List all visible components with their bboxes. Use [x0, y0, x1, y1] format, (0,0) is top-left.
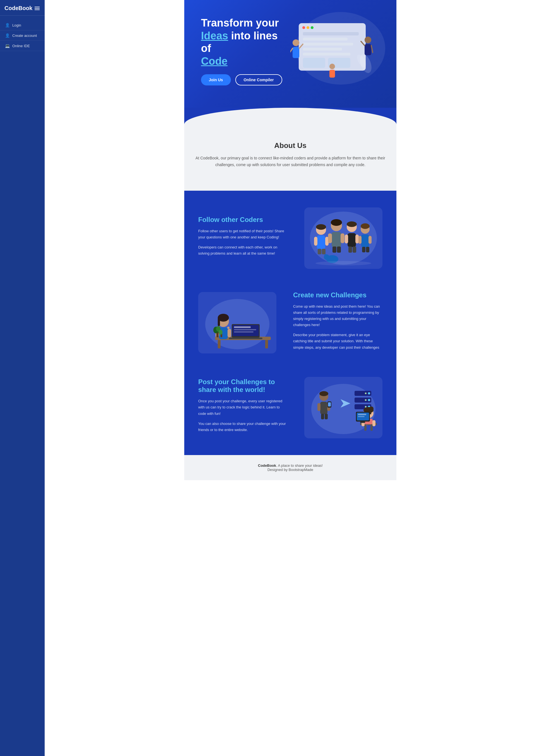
svg-rect-113: [358, 416, 365, 417]
feature-para1-share: Once you post your challenge, every user…: [198, 398, 287, 416]
share-svg: [304, 377, 383, 438]
about-description: At CodeBook, our primary goal is to conn…: [195, 155, 385, 168]
challenges-svg: [198, 292, 276, 353]
hero-title-line1: Transform your: [201, 17, 279, 29]
svg-rect-4: [303, 32, 359, 35]
hero-title-code: Code: [201, 55, 227, 67]
svg-point-96: [365, 406, 367, 408]
svg-rect-8: [303, 53, 351, 55]
svg-rect-36: [337, 247, 341, 253]
svg-rect-28: [318, 249, 321, 254]
follow-illustration: [304, 208, 383, 269]
feature-title-challenges: Create new Challenges: [293, 291, 383, 299]
svg-rect-69: [227, 329, 231, 337]
svg-rect-32: [332, 232, 341, 247]
feature-image-share: [304, 377, 383, 438]
svg-rect-40: [345, 235, 348, 244]
svg-rect-49: [362, 247, 365, 252]
feature-para2-challenges: Describe your problem statement, give it…: [293, 332, 383, 350]
svg-rect-47: [358, 236, 361, 244]
svg-point-11: [292, 39, 299, 46]
feature-para2-follow: Developers can connect with each other, …: [198, 244, 287, 256]
svg-rect-48: [368, 236, 372, 244]
svg-rect-35: [332, 247, 336, 253]
svg-rect-81: [318, 403, 320, 411]
svg-rect-87: [328, 402, 331, 407]
svg-rect-33: [328, 233, 332, 243]
svg-rect-100: [370, 425, 373, 431]
svg-rect-25: [317, 235, 325, 249]
svg-point-30: [316, 224, 326, 230]
svg-rect-41: [355, 235, 359, 244]
svg-line-18: [371, 46, 373, 52]
hero-title-highlight: Ideas: [201, 30, 228, 42]
hero-title: Transform your Ideas into lines of Code: [201, 17, 290, 68]
follow-svg: [304, 208, 383, 269]
svg-rect-5: [303, 38, 348, 41]
svg-rect-104: [372, 420, 376, 426]
feature-title-follow: Follow other Coders: [198, 216, 287, 224]
svg-point-85: [319, 391, 328, 396]
svg-point-44: [347, 221, 357, 227]
svg-rect-50: [366, 247, 369, 252]
svg-rect-65: [229, 338, 262, 339]
footer-brand: CodeBook: [258, 463, 276, 468]
footer-credit: Designed by BootstrapMade: [193, 468, 388, 472]
footer-text: CodeBook. A place to share your ideas!: [193, 463, 388, 468]
svg-point-93: [365, 399, 367, 401]
feature-text-follow: Follow other Coders Follow other users t…: [198, 216, 287, 260]
svg-point-55: [316, 261, 371, 266]
hero-content: Transform your Ideas into lines of Code …: [201, 17, 290, 85]
feature-row-share: Post your Challenges to share with the w…: [198, 377, 383, 438]
hero-illustration: [290, 20, 380, 82]
wave-divider: [184, 108, 396, 124]
svg-point-90: [365, 392, 367, 394]
svg-rect-46: [361, 235, 369, 247]
svg-rect-12: [292, 47, 299, 58]
svg-point-1: [302, 26, 305, 29]
svg-rect-29: [322, 249, 325, 254]
feature-title-share: Post your Challenges to share with the w…: [198, 378, 287, 394]
svg-rect-64: [234, 331, 253, 333]
svg-rect-59: [265, 340, 268, 348]
svg-rect-80: [320, 402, 327, 414]
svg-rect-43: [352, 247, 356, 253]
feature-para1-follow: Follow other users to get notified of th…: [198, 228, 287, 240]
hero-buttons: Join Us Online Compiler: [201, 74, 290, 85]
svg-point-3: [311, 26, 314, 29]
svg-point-109: [369, 407, 374, 411]
footer: CodeBook. A place to share your ideas! D…: [184, 455, 396, 480]
footer-tagline: . A place to share your ideas!: [276, 463, 323, 468]
svg-point-54: [324, 254, 327, 258]
feature-text-challenges: Create new Challenges Come up with new i…: [293, 291, 383, 354]
svg-point-72: [227, 327, 229, 329]
svg-rect-62: [234, 326, 251, 328]
svg-rect-112: [358, 414, 366, 415]
svg-rect-34: [341, 233, 345, 243]
svg-rect-6: [303, 43, 353, 46]
hero-svg: [290, 20, 374, 82]
join-us-button[interactable]: Join Us: [201, 74, 231, 85]
feature-text-share: Post your Challenges to share with the w…: [198, 378, 287, 437]
feature-para1-challenges: Come up with new ideas and post them her…: [293, 304, 383, 328]
hero-section: Transform your Ideas into lines of Code …: [184, 0, 396, 108]
feature-image-follow: [304, 208, 383, 269]
about-title: About Us: [195, 141, 385, 150]
svg-point-77: [218, 330, 222, 335]
svg-rect-71: [218, 318, 220, 326]
online-compiler-button[interactable]: Online Compiler: [235, 74, 282, 85]
svg-rect-20: [329, 70, 335, 78]
svg-point-15: [365, 37, 371, 43]
svg-line-13: [290, 48, 292, 54]
svg-point-51: [361, 223, 370, 229]
feature-image-challenges: [198, 292, 276, 353]
svg-rect-114: [360, 421, 365, 423]
svg-rect-58: [218, 340, 220, 348]
challenges-illustration: [198, 292, 276, 353]
about-section: About Us At CodeBook, our primary goal i…: [184, 124, 396, 191]
svg-rect-26: [314, 237, 318, 246]
svg-point-2: [307, 26, 309, 29]
svg-rect-16: [365, 44, 371, 55]
svg-point-37: [331, 219, 342, 226]
svg-point-19: [329, 64, 335, 69]
